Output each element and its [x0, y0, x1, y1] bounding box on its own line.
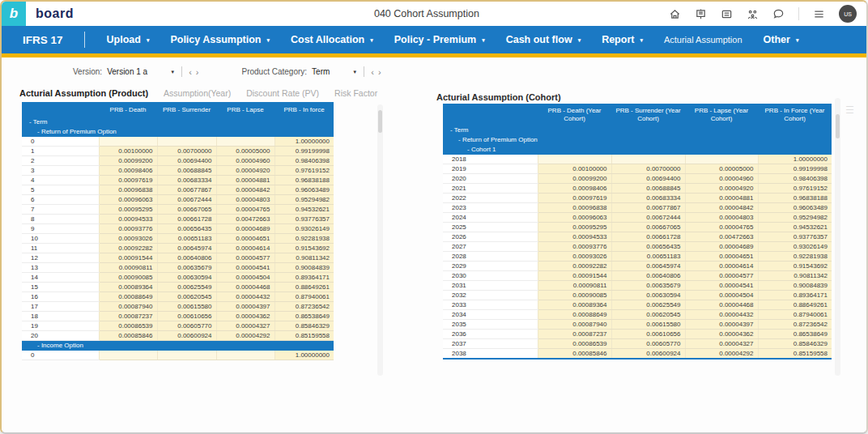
data-cell[interactable]: 0.00004920 — [216, 166, 274, 176]
data-cell[interactable]: 0.00096838 — [99, 185, 157, 195]
data-cell[interactable]: 0.00600924 — [611, 349, 685, 360]
data-cell[interactable]: 0.00645974 — [157, 244, 216, 253]
data-cell[interactable]: 0.00472663 — [685, 232, 758, 242]
tab-risk-factor[interactable]: Risk Factor — [334, 88, 377, 98]
data-cell[interactable]: 0.00004842 — [216, 185, 274, 195]
data-cell[interactable]: 0.00656435 — [157, 224, 216, 234]
data-cell[interactable]: 0.00677867 — [611, 203, 685, 213]
data-cell[interactable]: 0.00004842 — [685, 203, 758, 213]
data-cell[interactable]: 0.00087237 — [99, 312, 157, 321]
data-cell[interactable]: 0.00089364 — [99, 283, 157, 292]
tab-acturial-assumption-product-[interactable]: Acturial Assumption (Product) — [19, 88, 148, 98]
data-cell[interactable]: 0.00004327 — [685, 339, 758, 349]
data-cell[interactable] — [157, 351, 216, 360]
data-cell[interactable]: 0.00640806 — [157, 253, 216, 263]
data-cell[interactable]: 0.94532621 — [274, 205, 334, 215]
data-cell[interactable]: 0.00635679 — [157, 263, 216, 273]
data-cell[interactable]: 0.00004614 — [685, 262, 758, 271]
data-cell[interactable]: 0.00093026 — [538, 252, 611, 262]
group-row[interactable]: - Return of Premium Option — [22, 127, 334, 137]
data-cell[interactable]: 1.00000000 — [274, 137, 334, 147]
data-cell[interactable]: 0.00630594 — [611, 291, 685, 300]
tab-assumption-year-[interactable]: Assumption(Year) — [164, 88, 231, 98]
data-cell[interactable]: 0.00085846 — [538, 349, 611, 360]
data-cell[interactable]: 0.00004651 — [216, 234, 274, 244]
data-cell[interactable]: 0.00004504 — [216, 273, 274, 283]
data-cell[interactable] — [538, 155, 611, 164]
community-icon[interactable] — [747, 8, 759, 20]
data-cell[interactable]: 0.00004765 — [216, 205, 274, 215]
data-cell[interactable]: 0.00651183 — [157, 234, 216, 244]
data-cell[interactable]: 0.00472663 — [216, 215, 274, 224]
data-cell[interactable]: 0.93026149 — [758, 242, 832, 252]
data-cell[interactable]: 0.00605770 — [611, 339, 685, 349]
data-cell[interactable]: 1.00000000 — [758, 155, 832, 164]
product-table-scrollbar[interactable] — [377, 104, 383, 376]
data-cell[interactable]: 0.00088649 — [99, 292, 157, 302]
data-cell[interactable]: 0.00688845 — [157, 166, 216, 176]
data-cell[interactable]: 0.00625549 — [611, 300, 685, 310]
cohort-table-scrollbar[interactable] — [835, 98, 840, 376]
data-cell[interactable]: 0.00100000 — [538, 164, 611, 174]
nav-item-policy-premium[interactable]: Policy - Premium▾ — [384, 34, 496, 45]
data-cell[interactable]: 0.89364171 — [758, 291, 832, 300]
data-cell[interactable]: 0.00645974 — [611, 262, 685, 271]
data-cell[interactable]: 0.00098406 — [538, 184, 611, 194]
data-cell[interactable]: 0.00090811 — [99, 263, 157, 273]
data-cell[interactable]: 0.00096063 — [99, 195, 157, 205]
data-cell[interactable]: 0.97619152 — [758, 184, 832, 194]
data-cell[interactable]: 0.00090085 — [538, 291, 611, 300]
data-cell[interactable] — [216, 137, 274, 147]
data-cell[interactable]: 0.00615580 — [157, 302, 216, 312]
data-cell[interactable]: 0.00087237 — [538, 330, 611, 339]
data-cell[interactable]: 0.96838188 — [758, 194, 832, 203]
data-cell[interactable]: 0.00004541 — [216, 263, 274, 273]
data-cell[interactable]: 0.00090811 — [538, 281, 611, 291]
data-cell[interactable]: 0.00004327 — [216, 321, 274, 331]
product-category-select[interactable]: Term — [312, 67, 330, 76]
data-cell[interactable]: 0.00667065 — [611, 223, 685, 232]
data-cell[interactable]: 0.00688845 — [611, 184, 685, 194]
data-cell[interactable]: 0.00635679 — [611, 281, 685, 291]
data-cell[interactable]: 0.00004689 — [685, 242, 758, 252]
data-cell[interactable]: 0.00620545 — [611, 310, 685, 320]
data-cell[interactable]: 0.87940061 — [758, 310, 832, 320]
data-cell[interactable]: 0.00100000 — [99, 147, 157, 156]
data-cell[interactable]: 0.00087940 — [538, 320, 611, 330]
user-avatar[interactable]: US — [839, 5, 857, 23]
data-cell[interactable]: 0.96063489 — [274, 185, 334, 195]
data-cell[interactable]: 0.00095295 — [538, 223, 611, 232]
data-cell[interactable]: 0.00605770 — [157, 321, 216, 331]
scrollbar-thumb[interactable] — [378, 110, 382, 133]
data-cell[interactable]: 0.00004362 — [216, 312, 274, 321]
data-cell[interactable]: 0.00004292 — [216, 331, 274, 341]
data-cell[interactable]: 0.00004765 — [685, 223, 758, 232]
data-cell[interactable]: 0.00700000 — [611, 164, 685, 174]
data-cell[interactable]: 0.85846329 — [758, 339, 832, 349]
data-cell[interactable]: 0.00004920 — [685, 184, 758, 194]
board-logo-icon[interactable]: b — [2, 2, 26, 26]
data-cell[interactable]: 0.93026149 — [274, 224, 334, 234]
data-cell[interactable]: 0.00620545 — [157, 292, 216, 302]
group-row[interactable]: - Term — [22, 117, 334, 127]
data-cell[interactable]: 0.00667065 — [157, 205, 216, 215]
group-row[interactable]: - Income Option — [22, 341, 334, 351]
data-cell[interactable]: 0.00600924 — [157, 331, 216, 341]
data-cell[interactable]: 0.00640806 — [611, 271, 685, 281]
nav-item-report[interactable]: Report▾ — [591, 34, 653, 45]
data-cell[interactable]: 0.00096838 — [538, 203, 611, 213]
product-prev-button[interactable]: ‹ — [371, 67, 374, 77]
version-next-button[interactable]: › — [196, 67, 199, 77]
product-next-button[interactable]: › — [378, 67, 381, 77]
data-cell[interactable]: 0.97619152 — [274, 166, 334, 176]
data-cell[interactable]: 0.85846329 — [274, 321, 334, 331]
data-cell[interactable]: 0.00610656 — [157, 312, 216, 321]
nav-item-other[interactable]: Other▾ — [753, 34, 810, 45]
data-cell[interactable]: 0.00656435 — [611, 242, 685, 252]
tab-discount-rate-pv-[interactable]: Discount Rate (PV) — [246, 88, 319, 98]
nav-item-cost-allocation[interactable]: Cost Allocation▾ — [280, 34, 384, 45]
data-cell[interactable]: 0.90084839 — [274, 263, 334, 273]
data-cell[interactable]: 0.92281938 — [274, 234, 334, 244]
version-prev-button[interactable]: ‹ — [189, 67, 192, 77]
data-cell[interactable]: 0.00004432 — [685, 310, 758, 320]
